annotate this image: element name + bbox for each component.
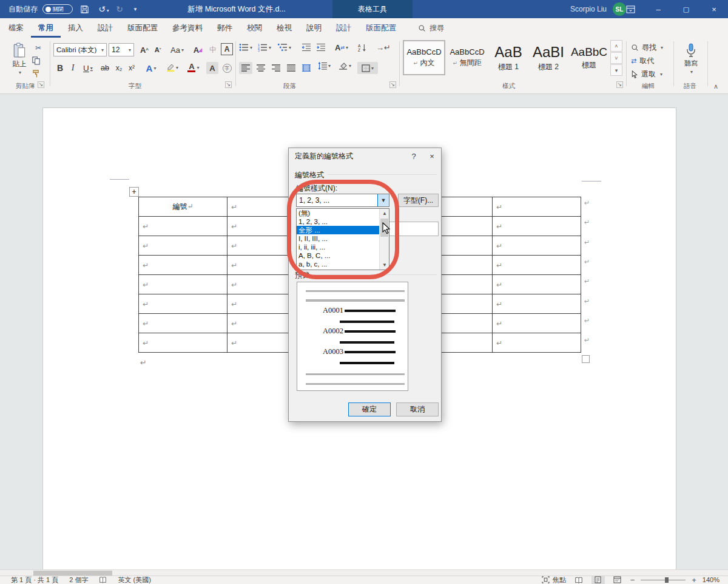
- table-cell[interactable]: 編號↵: [139, 197, 228, 217]
- align-right-button[interactable]: [269, 62, 283, 74]
- text-effects-button[interactable]: A▾: [142, 62, 160, 74]
- number-style-option[interactable]: i, ii, iii, ...: [297, 243, 380, 251]
- tab-mailings[interactable]: 郵件: [210, 18, 240, 38]
- number-style-option[interactable]: a, b, c, ...: [297, 260, 380, 268]
- combo-dropdown-icon[interactable]: ▼: [377, 194, 389, 206]
- scrollbar-thumb[interactable]: [380, 219, 388, 237]
- style-card-4[interactable]: AaBI標題 2: [529, 40, 568, 75]
- cancel-button[interactable]: 取消: [396, 402, 439, 416]
- zoom-level[interactable]: 140%: [703, 576, 720, 583]
- table-cell[interactable]: ↵: [493, 314, 581, 333]
- table-cell[interactable]: ↵: [493, 294, 581, 314]
- dialog-help-button[interactable]: ?: [405, 148, 423, 164]
- number-style-option[interactable]: A, B, C, ...: [297, 251, 380, 260]
- font-color-button[interactable]: A▾: [184, 61, 203, 74]
- undo-button[interactable]: ↺▾: [96, 4, 112, 14]
- dialog-close-button[interactable]: ×: [423, 148, 441, 164]
- character-border-button[interactable]: A: [221, 43, 233, 55]
- hscroll-thumb[interactable]: [33, 571, 112, 576]
- tab-home[interactable]: 常用: [31, 18, 61, 38]
- clipboard-dialog-launcher[interactable]: ↘: [38, 81, 44, 88]
- tab-view[interactable]: 檢視: [269, 18, 299, 38]
- scroll-down-icon[interactable]: ▼: [380, 260, 389, 270]
- table-cell[interactable]: ↵: [139, 236, 228, 256]
- horizontal-scrollbar[interactable]: [0, 569, 728, 576]
- table-cell[interactable]: ↵: [493, 217, 581, 236]
- shrink-font-button[interactable]: Aˇ: [152, 43, 164, 56]
- character-shading-button[interactable]: A: [206, 62, 218, 74]
- style-card-2[interactable]: AaBbCcD↵ 無間距: [447, 40, 488, 75]
- table-move-handle[interactable]: +: [129, 187, 139, 197]
- copy-button[interactable]: [32, 56, 41, 65]
- asian-layout-button[interactable]: A⇄▾: [335, 43, 348, 52]
- clear-formatting-button[interactable]: A◢: [191, 43, 204, 56]
- autosave-toggle[interactable]: 關閉: [42, 4, 73, 14]
- replace-button[interactable]: ⇄ 取代: [631, 56, 654, 66]
- ribbon-display-options-button[interactable]: [616, 0, 644, 18]
- multilevel-list-button[interactable]: ▾: [278, 43, 291, 52]
- table-resize-handle[interactable]: [582, 355, 590, 363]
- underline-button[interactable]: U▾: [80, 62, 96, 74]
- tab-design[interactable]: 設計: [90, 18, 120, 38]
- styles-scroll-up-button[interactable]: ˄: [610, 40, 622, 52]
- numbering-button[interactable]: 123▾: [258, 43, 271, 52]
- read-mode-button[interactable]: [572, 576, 585, 584]
- page-indicator[interactable]: 第 1 頁 · 共 1 頁: [11, 576, 58, 584]
- table-cell[interactable]: ↵: [493, 333, 581, 353]
- web-layout-button[interactable]: [611, 576, 624, 584]
- justify-button[interactable]: [285, 62, 298, 74]
- zoom-slider[interactable]: [641, 580, 686, 580]
- list-scrollbar[interactable]: ▲ ▼: [379, 209, 389, 270]
- number-style-option[interactable]: 1, 2, 3, ...: [297, 217, 380, 226]
- sort-button[interactable]: AZ: [358, 43, 367, 52]
- paragraph-dialog-launcher[interactable]: ↘: [389, 81, 396, 88]
- find-button[interactable]: 尋找▾: [631, 42, 663, 53]
- font-name-combobox[interactable]: Calibri (本文)▾: [53, 43, 107, 56]
- dictate-button[interactable]: 聽寫 ▾: [678, 40, 704, 78]
- tab-table-design[interactable]: 設計: [329, 18, 359, 38]
- table-cell[interactable]: ↵: [493, 197, 581, 217]
- collapse-ribbon-button[interactable]: ∧: [713, 83, 718, 90]
- redo-button[interactable]: ↻: [112, 4, 127, 14]
- style-card-5[interactable]: AaBbC標題: [569, 40, 609, 75]
- ok-button[interactable]: 確定: [348, 402, 391, 416]
- superscript-button[interactable]: x²: [126, 62, 138, 74]
- print-layout-button[interactable]: [592, 576, 605, 584]
- change-case-button[interactable]: Aa▾: [168, 43, 186, 56]
- grow-font-button[interactable]: A^: [138, 43, 150, 56]
- tab-references[interactable]: 參考資料: [165, 18, 210, 38]
- number-style-option[interactable]: I, II, III, ...: [297, 234, 380, 243]
- focus-mode-button[interactable]: 焦點: [542, 576, 566, 584]
- zoom-out-button[interactable]: −: [630, 576, 635, 584]
- font-dialog-button[interactable]: 字型(F)...: [398, 194, 439, 207]
- bullets-button[interactable]: ▾: [239, 43, 252, 52]
- table-cell[interactable]: ↵: [139, 256, 228, 275]
- styles-scroll-down-button[interactable]: ˅: [610, 52, 622, 64]
- number-style-option[interactable]: 全形 ...: [297, 226, 380, 234]
- tab-file[interactable]: 檔案: [1, 18, 31, 38]
- phonetic-guide-button[interactable]: 中: [206, 43, 220, 56]
- word-count[interactable]: 2 個字: [69, 576, 88, 584]
- table-tools-context-tab[interactable]: 表格工具: [332, 0, 413, 18]
- proofing-status[interactable]: [99, 576, 107, 584]
- tab-review[interactable]: 校閱: [240, 18, 269, 38]
- table-cell[interactable]: ↵: [139, 314, 228, 333]
- tab-table-layout[interactable]: 版面配置: [359, 18, 403, 38]
- customize-qat-button[interactable]: ▾: [127, 6, 143, 12]
- table-cell[interactable]: ↵: [139, 217, 228, 236]
- zoom-slider-thumb[interactable]: [665, 577, 669, 583]
- table-cell[interactable]: ↵: [139, 333, 228, 353]
- select-button[interactable]: 選取▾: [631, 69, 662, 80]
- paste-button[interactable]: 貼上 ▾: [7, 40, 32, 78]
- tab-help[interactable]: 說明: [299, 18, 329, 38]
- line-spacing-button[interactable]: ▾: [318, 62, 331, 70]
- tab-insert[interactable]: 插入: [61, 18, 90, 38]
- language-indicator[interactable]: 英文 (美國): [118, 576, 150, 584]
- close-button[interactable]: ×: [700, 0, 728, 18]
- shading-button[interactable]: ▾: [339, 62, 351, 70]
- borders-button[interactable]: ▾: [357, 62, 378, 74]
- table-cell[interactable]: ↵: [139, 275, 228, 294]
- highlight-color-button[interactable]: ▾: [163, 61, 182, 74]
- bold-button[interactable]: B: [55, 62, 66, 74]
- maximize-button[interactable]: ▢: [672, 0, 700, 18]
